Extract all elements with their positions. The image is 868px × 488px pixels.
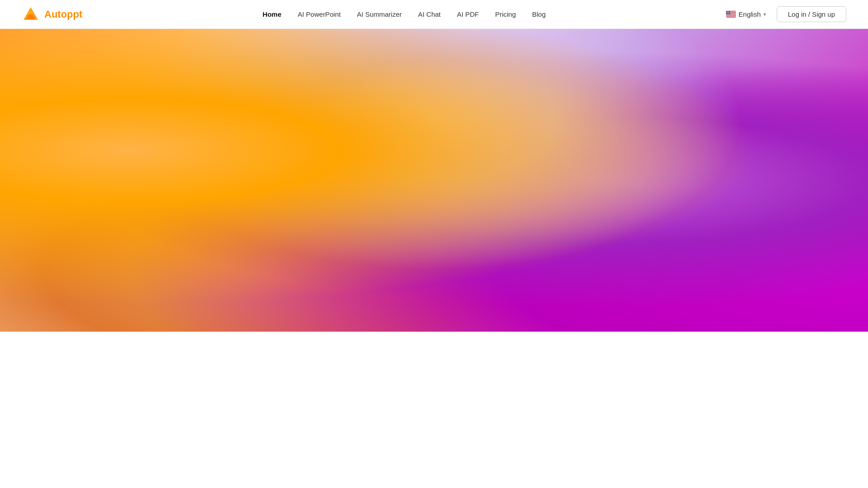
svg-point-25 (726, 13, 727, 14)
svg-point-22 (727, 13, 728, 13)
hero-section (0, 29, 868, 332)
nav-item-ai-pdf[interactable]: AI PDF (457, 10, 479, 18)
svg-point-11 (726, 11, 726, 12)
language-label: English (739, 10, 761, 18)
logo[interactable]: Autoppt (22, 5, 82, 23)
svg-point-24 (729, 13, 729, 13)
svg-point-16 (726, 12, 727, 12)
language-selector[interactable]: English ▾ (726, 10, 766, 18)
svg-point-12 (727, 11, 727, 12)
nav-item-pricing[interactable]: Pricing (495, 10, 516, 18)
login-signup-button[interactable]: Log in / Sign up (777, 6, 846, 22)
nav-item-ai-powerpoint[interactable]: AI PowerPoint (298, 10, 341, 18)
svg-point-27 (728, 13, 728, 14)
svg-point-18 (728, 12, 728, 12)
svg-point-13 (727, 11, 728, 12)
svg-point-20 (726, 13, 726, 13)
svg-point-14 (728, 11, 729, 12)
svg-point-26 (727, 13, 728, 14)
navbar: Autoppt Home AI PowerPoint AI Summarizer… (0, 0, 868, 29)
svg-rect-8 (726, 15, 736, 16)
svg-rect-7 (726, 14, 736, 15)
below-hero-section (0, 332, 868, 488)
nav-item-ai-chat[interactable]: AI Chat (418, 10, 441, 18)
svg-point-23 (728, 13, 729, 13)
svg-point-17 (727, 12, 728, 12)
svg-point-28 (729, 13, 729, 14)
logo-icon (22, 5, 40, 23)
flag-icon (726, 11, 736, 18)
nav-item-home[interactable]: Home (263, 10, 282, 18)
navbar-right: English ▾ Log in / Sign up (726, 6, 846, 22)
nav-item-blog[interactable]: Blog (532, 10, 546, 18)
nav-item-ai-summarizer[interactable]: AI Summarizer (357, 10, 402, 18)
nav-links: Home AI PowerPoint AI Summarizer AI Chat… (263, 10, 546, 18)
svg-point-19 (729, 12, 729, 12)
chevron-down-icon: ▾ (764, 12, 766, 17)
svg-point-15 (729, 11, 729, 12)
svg-point-21 (727, 13, 727, 13)
logo-text: Autoppt (44, 9, 82, 20)
svg-rect-9 (726, 17, 736, 17)
